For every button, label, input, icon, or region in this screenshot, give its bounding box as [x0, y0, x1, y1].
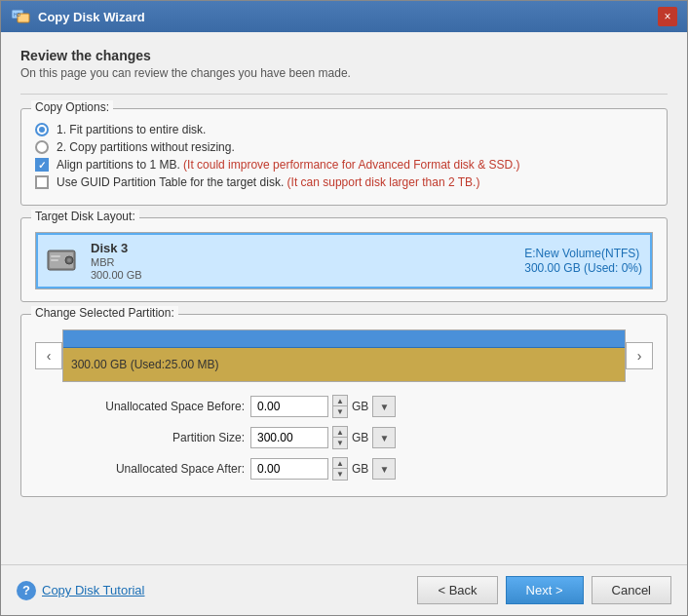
target-disk-label: Target Disk Layout:	[31, 210, 139, 223]
field-dropdown-2[interactable]: ▼	[372, 427, 396, 448]
title-bar: HD Copy Disk Wizard ×	[1, 1, 687, 32]
unallocated-before-spinner[interactable]: ▲ ▼	[332, 395, 348, 418]
tutorial-link[interactable]: Copy Disk Tutorial	[42, 583, 144, 597]
header-section: Review the changes On this page you can …	[20, 48, 668, 80]
disk-table: Disk 3 MBR 300.00 GB E:New Volume(NTFS) …	[35, 232, 653, 289]
next-button[interactable]: Next >	[506, 576, 584, 604]
field-input-group-3: ▲ ▼ GB ▼	[250, 457, 396, 481]
option-row-1: 1. Fit partitions to entire disk.	[35, 123, 653, 136]
partition-bar-bottom: 300.00 GB (Used:25.00 MB)	[63, 348, 625, 381]
field-dropdown-1[interactable]: ▼	[372, 396, 396, 417]
spinner-up-3[interactable]: ▲	[333, 458, 347, 469]
option-row-4: Use GUID Partition Table for the target …	[35, 175, 653, 189]
page-subtitle: On this page you can review the changes …	[20, 66, 668, 80]
svg-point-6	[67, 258, 71, 262]
partition-size-input[interactable]	[250, 427, 328, 448]
disk-name: Disk 3	[91, 241, 142, 255]
disk-row[interactable]: Disk 3 MBR 300.00 GB E:New Volume(NTFS) …	[36, 233, 652, 289]
field-unit-2: GB	[352, 431, 368, 444]
svg-rect-8	[51, 259, 58, 261]
main-content: Review the changes On this page you can …	[1, 32, 687, 564]
field-input-group-1: ▲ ▼ GB ▼	[250, 395, 396, 418]
partition-bar-container: ‹ 300.00 GB (Used:25.00 MB) ›	[35, 328, 653, 383]
svg-text:HD: HD	[14, 12, 21, 18]
field-label-unallocated-after: Unallocated Space After:	[74, 462, 245, 476]
partition-bar-label: 300.00 GB (Used:25.00 MB)	[71, 358, 218, 371]
field-row-partition-size: Partition Size: ▲ ▼ GB ▼	[74, 426, 653, 449]
option-text-4: Use GUID Partition Table for the target …	[57, 175, 479, 189]
field-label-unallocated-before: Unallocated Space Before:	[74, 400, 245, 413]
disk-volume: E:New Volume(NTFS)	[524, 247, 642, 260]
spinner-down-2[interactable]: ▼	[333, 438, 347, 448]
radio-option-1[interactable]	[35, 123, 49, 136]
disk-used: 300.00 GB (Used: 0%)	[524, 261, 642, 275]
copy-options-label: Copy Options:	[31, 100, 113, 114]
footer-right: < Back Next > Cancel	[417, 576, 671, 604]
spinner-down-3[interactable]: ▼	[333, 469, 347, 480]
footer-left: ? Copy Disk Tutorial	[17, 581, 144, 600]
option-text-1: 1. Fit partitions to entire disk.	[57, 123, 206, 136]
title-bar-left: HD Copy Disk Wizard	[11, 7, 145, 26]
svg-rect-7	[51, 255, 60, 257]
spinner-up-1[interactable]: ▲	[333, 396, 347, 406]
radio-option-2[interactable]	[35, 140, 49, 154]
change-partition-group: Change Selected Partition: ‹ 300.00 GB (…	[20, 314, 668, 497]
option-row-2: 2. Copy partitions without resizing.	[35, 140, 653, 154]
footer: ? Copy Disk Tutorial < Back Next > Cance…	[1, 564, 687, 615]
field-row-unallocated-after: Unallocated Space After: ▲ ▼ GB ▼	[74, 457, 653, 481]
copy-options-group: Copy Options: 1. Fit partitions to entir…	[20, 108, 668, 206]
option-text-2: 2. Copy partitions without resizing.	[57, 140, 235, 154]
change-partition-label: Change Selected Partition:	[31, 306, 178, 320]
fields-section: Unallocated Space Before: ▲ ▼ GB ▼ Parti…	[35, 387, 653, 484]
field-row-unallocated-before: Unallocated Space Before: ▲ ▼ GB ▼	[74, 395, 653, 418]
help-icon[interactable]: ?	[17, 581, 36, 600]
option-row-3: Align partitions to 1 MB. (It could impr…	[35, 158, 653, 172]
cancel-button[interactable]: Cancel	[592, 576, 671, 604]
checkbox-option-3[interactable]	[35, 158, 49, 172]
unallocated-before-input[interactable]	[250, 396, 328, 417]
spinner-up-2[interactable]: ▲	[333, 427, 347, 438]
disk-info: Disk 3 MBR 300.00 GB	[91, 241, 142, 281]
disk-details: E:New Volume(NTFS) 300.00 GB (Used: 0%)	[524, 247, 642, 275]
back-button[interactable]: < Back	[417, 576, 497, 604]
partition-nav-right[interactable]: ›	[626, 342, 653, 369]
disk-icon	[46, 247, 81, 276]
unallocated-after-input[interactable]	[250, 458, 328, 480]
partition-bar: 300.00 GB (Used:25.00 MB)	[62, 329, 626, 382]
window-title: Copy Disk Wizard	[38, 10, 145, 24]
partition-bar-top	[63, 330, 625, 348]
field-unit-3: GB	[352, 462, 368, 476]
checkbox-option-4[interactable]	[35, 175, 49, 189]
field-label-partition-size: Partition Size:	[74, 431, 245, 444]
spinner-down-1[interactable]: ▼	[333, 406, 347, 417]
header-divider	[20, 94, 668, 95]
target-disk-group: Target Disk Layout: Dis	[20, 217, 668, 302]
window-icon: HD	[11, 7, 30, 26]
page-title: Review the changes	[20, 48, 668, 63]
option-text-3: Align partitions to 1 MB. (It could impr…	[57, 158, 520, 172]
unallocated-after-spinner[interactable]: ▲ ▼	[332, 457, 348, 481]
main-window: HD Copy Disk Wizard × Review the changes…	[0, 0, 688, 616]
field-input-group-2: ▲ ▼ GB ▼	[250, 426, 396, 449]
disk-size: 300.00 GB	[91, 269, 142, 281]
field-dropdown-3[interactable]: ▼	[372, 458, 396, 480]
close-button[interactable]: ×	[658, 7, 677, 26]
partition-size-spinner[interactable]: ▲ ▼	[332, 426, 348, 449]
partition-nav-left[interactable]: ‹	[35, 342, 62, 369]
disk-type: MBR	[91, 256, 142, 268]
field-unit-1: GB	[352, 400, 368, 413]
